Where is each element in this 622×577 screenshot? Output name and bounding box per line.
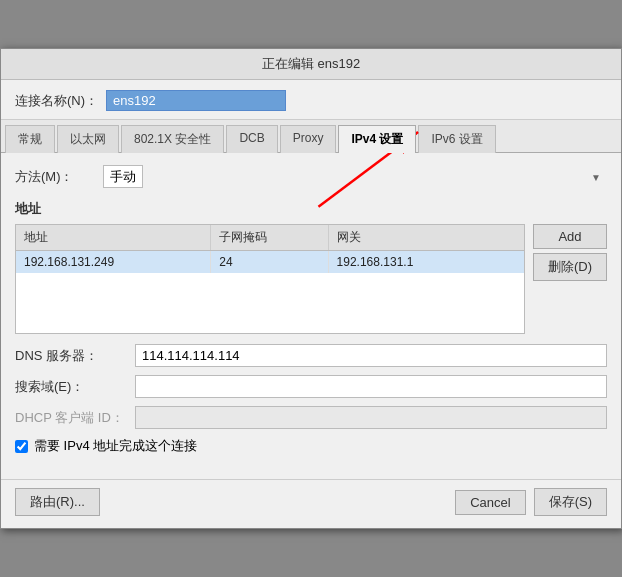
address-table-container: 地址 子网掩码 网关 192.168.131.249 24 192.168.13…: [15, 224, 607, 334]
method-row: 方法(M)： 手动: [15, 165, 607, 188]
connection-name-label: 连接名称(N)：: [15, 92, 98, 110]
col-prefix: 子网掩码: [211, 225, 328, 250]
cell-prefix: 24: [211, 251, 328, 273]
delete-address-button[interactable]: 删除(D): [533, 253, 607, 281]
bottom-buttons: 路由(R)... Cancel 保存(S): [1, 479, 621, 528]
save-button[interactable]: 保存(S): [534, 488, 607, 516]
ipv4-required-checkbox[interactable]: [15, 440, 28, 453]
connection-name-row: 连接名称(N)：: [1, 80, 621, 120]
checkbox-label: 需要 IPv4 地址完成这个连接: [34, 437, 197, 455]
tabs-bar: 常规 以太网 802.1X 安全性 DCB Proxy IPv4 设置 IPv6…: [1, 120, 621, 153]
connection-name-input[interactable]: [106, 90, 286, 111]
tab-ipv4[interactable]: IPv4 设置: [338, 125, 416, 153]
col-gateway: 网关: [329, 225, 524, 250]
checkbox-row: 需要 IPv4 地址完成这个连接: [15, 437, 607, 455]
tab-ipv6[interactable]: IPv6 设置: [418, 125, 495, 153]
address-table: 地址 子网掩码 网关 192.168.131.249 24 192.168.13…: [15, 224, 525, 334]
cell-gateway: 192.168.131.1: [329, 251, 524, 273]
cell-address: 192.168.131.249: [16, 251, 211, 273]
cancel-button[interactable]: Cancel: [455, 490, 525, 515]
method-label: 方法(M)：: [15, 168, 95, 186]
tab-security[interactable]: 802.1X 安全性: [121, 125, 224, 153]
dhcp-label: DHCP 客户端 ID：: [15, 409, 135, 427]
title-bar: 正在编辑 ens192: [1, 49, 621, 80]
dns-row: DNS 服务器：: [15, 344, 607, 367]
title-text: 正在编辑 ens192: [262, 56, 360, 71]
method-select[interactable]: 手动: [103, 165, 143, 188]
tab-proxy[interactable]: Proxy: [280, 125, 337, 153]
dialog-window: 正在编辑 ens192 连接名称(N)： 常规 以太网 802.1X 安全性 D…: [0, 48, 622, 529]
tab-dcb[interactable]: DCB: [226, 125, 277, 153]
route-button[interactable]: 路由(R)...: [15, 488, 100, 516]
address-section: 地址 地址 子网掩码 网关 192.168.131.249 24 192.168…: [15, 200, 607, 334]
table-buttons: Add 删除(D): [533, 224, 607, 334]
method-select-wrapper: 手动: [103, 165, 607, 188]
search-row: 搜索域(E)：: [15, 375, 607, 398]
col-address: 地址: [16, 225, 211, 250]
search-input[interactable]: [135, 375, 607, 398]
tab-content-ipv4: 方法(M)： 手动 地址 地址 子网掩码 网关: [1, 153, 621, 479]
search-label: 搜索域(E)：: [15, 378, 135, 396]
address-section-title: 地址: [15, 200, 607, 218]
dns-input[interactable]: [135, 344, 607, 367]
table-header: 地址 子网掩码 网关: [16, 225, 524, 251]
dhcp-input: [135, 406, 607, 429]
dns-label: DNS 服务器：: [15, 347, 135, 365]
table-row[interactable]: 192.168.131.249 24 192.168.131.1: [16, 251, 524, 273]
tab-ethernet[interactable]: 以太网: [57, 125, 119, 153]
add-address-button[interactable]: Add: [533, 224, 607, 249]
tab-general[interactable]: 常规: [5, 125, 55, 153]
dhcp-row: DHCP 客户端 ID：: [15, 406, 607, 429]
